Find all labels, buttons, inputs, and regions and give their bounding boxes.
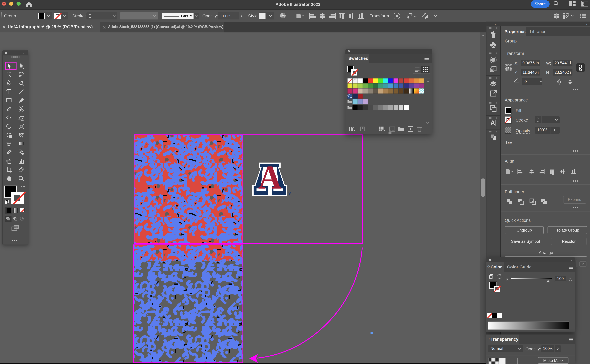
svg-text:R: R (289, 192, 290, 195)
svg-text:A: A (258, 162, 282, 196)
